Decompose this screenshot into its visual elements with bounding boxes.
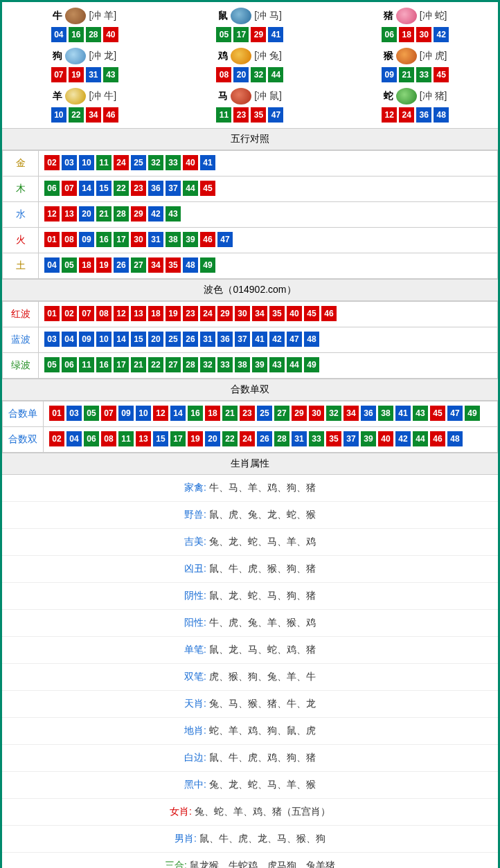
attr-value: 鼠、虎、兔、龙、蛇、猴 [209, 509, 316, 520]
attr-value: 兔、马、猴、猪、牛、龙 [209, 698, 316, 709]
number-chip: 43 [269, 357, 285, 372]
number-chip: 47 [217, 232, 233, 247]
zodiac-cell: 马[冲 鼠]11233547 [168, 85, 333, 125]
zodiac-name: 牛 [53, 10, 62, 22]
number-chip: 42 [148, 206, 163, 221]
number-chip: 09 [118, 406, 134, 421]
number-chip: 04 [62, 332, 77, 347]
number-chip: 37 [235, 332, 250, 347]
number-chip: 10 [96, 332, 111, 347]
number-chip: 24 [114, 155, 129, 170]
number-chip: 19 [188, 431, 203, 446]
number-chip: 05 [216, 27, 231, 42]
number-chip: 41 [200, 155, 215, 170]
number-chip: 42 [395, 431, 411, 446]
attr-label: 天肖: [184, 698, 209, 709]
zodiac-nums: 09213345 [332, 67, 498, 82]
number-chip: 32 [148, 155, 163, 170]
heshu-table: 合数单0103050709101214161821232527293032343… [2, 401, 498, 453]
number-chip: 31 [200, 332, 215, 347]
number-chip: 43 [166, 206, 181, 221]
number-chip: 48 [183, 257, 198, 273]
number-chip: 41 [268, 27, 283, 42]
number-chip: 46 [103, 107, 118, 123]
number-chip: 44 [413, 431, 428, 446]
number-chip: 03 [66, 406, 82, 421]
number-chip: 20 [233, 67, 249, 82]
attr-value: 牛、马、羊、鸡、狗、猪 [209, 482, 316, 493]
number-chip: 38 [378, 406, 393, 421]
number-chip: 23 [240, 406, 255, 421]
number-chip: 25 [166, 332, 181, 347]
row-label: 木 [3, 177, 39, 202]
number-chip: 32 [251, 67, 266, 82]
number-chip: 39 [252, 357, 267, 372]
row-label: 金 [3, 151, 39, 177]
number-chip: 16 [69, 27, 84, 42]
attr-row: 黑中: 兔、龙、蛇、马、羊、猴 [2, 772, 498, 799]
zodiac-cell: 羊[冲 牛]10223446 [2, 85, 168, 125]
number-chip: 42 [269, 332, 285, 347]
number-chip: 31 [148, 232, 163, 247]
number-chip: 31 [86, 67, 101, 82]
table-row: 水1213202128294243 [3, 202, 498, 228]
number-chip: 19 [96, 257, 111, 273]
number-chip: 30 [416, 27, 431, 42]
number-chip: 33 [217, 357, 233, 372]
number-chip: 07 [62, 181, 77, 196]
number-chip: 13 [136, 431, 151, 446]
row-numbers: 02031011242532334041 [39, 151, 498, 177]
table-row: 合数双0204060811131517192022242628313335373… [3, 427, 498, 453]
number-chip: 27 [274, 406, 289, 421]
zodiac-nums: 10223446 [2, 107, 168, 123]
number-chip: 36 [148, 181, 163, 196]
attr-value: 鼠、龙、蛇、马、狗、猪 [209, 590, 316, 601]
zodiac-chong: [冲 牛] [89, 90, 116, 102]
number-chip: 15 [131, 332, 146, 347]
number-chip: 48 [447, 431, 463, 446]
number-chip: 10 [79, 155, 94, 170]
number-chip: 29 [131, 206, 146, 221]
number-chip: 09 [79, 332, 94, 347]
number-chip: 44 [183, 181, 198, 196]
number-chip: 26 [114, 257, 129, 273]
number-chip: 23 [233, 107, 249, 123]
number-chip: 35 [326, 431, 341, 446]
number-chip: 33 [166, 155, 181, 170]
number-chip: 02 [49, 431, 64, 446]
attr-label: 家禽: [184, 482, 209, 493]
table-row: 金02031011242532334041 [3, 151, 498, 177]
table-row: 土04051819262734354849 [3, 253, 498, 279]
number-chip: 20 [79, 206, 94, 221]
number-chip: 47 [447, 406, 463, 421]
attr-row: 男肖: 鼠、牛、虎、龙、马、猴、狗 [2, 826, 498, 853]
zodiac-name: 羊 [53, 90, 62, 102]
number-chip: 04 [44, 257, 60, 273]
row-label: 绿波 [3, 353, 39, 379]
attr-value: 鼠、牛、虎、龙、马、猴、狗 [199, 833, 325, 844]
attr-value: 鼠、龙、马、蛇、鸡、猪 [209, 644, 316, 655]
number-chip: 45 [430, 406, 445, 421]
number-chip: 20 [148, 332, 163, 347]
number-chip: 22 [69, 107, 84, 123]
zodiac-nums: 05172941 [168, 27, 333, 42]
number-chip: 29 [251, 27, 266, 42]
attr-list: 家禽: 牛、马、羊、鸡、狗、猪野兽: 鼠、虎、兔、龙、蛇、猴吉美: 兔、龙、蛇、… [2, 475, 498, 868]
row-label: 合数单 [3, 401, 44, 427]
number-chip: 30 [235, 306, 250, 321]
number-chip: 17 [170, 431, 186, 446]
attr-value: 鼠、牛、虎、猴、狗、猪 [209, 563, 316, 574]
number-chip: 42 [434, 27, 449, 42]
attr-value: 蛇、羊、鸡、狗、鼠、虎 [209, 725, 316, 736]
zodiac-cell: 鸡[冲 兔]08203244 [168, 45, 333, 85]
number-chip: 07 [79, 306, 94, 321]
number-chip: 43 [103, 67, 118, 82]
zodiac-cell: 牛[冲 羊]04162840 [2, 5, 168, 45]
number-chip: 21 [131, 357, 146, 372]
number-chip: 18 [205, 406, 220, 421]
number-chip: 46 [200, 232, 215, 247]
number-chip: 33 [309, 431, 324, 446]
zodiac-nums: 04162840 [2, 27, 168, 42]
number-chip: 12 [44, 206, 60, 221]
row-numbers: 04051819262734354849 [39, 253, 498, 279]
